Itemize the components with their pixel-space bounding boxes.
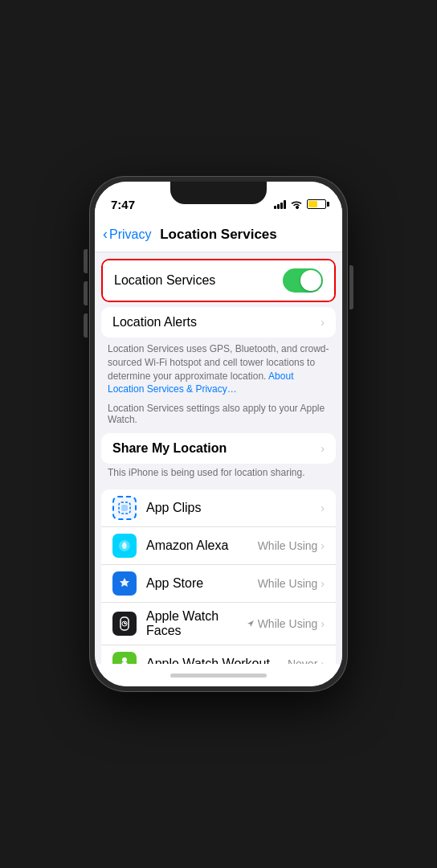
nav-bar: ‹ Privacy Location Services [95, 217, 342, 252]
app-name: Apple Watch Faces [146, 609, 247, 638]
toggle-knob [300, 270, 321, 291]
workout-svg [116, 656, 133, 664]
back-button[interactable]: ‹ Privacy [103, 226, 151, 243]
alexa-icon [112, 534, 137, 558]
location-alerts-section: Location Alerts › [101, 307, 336, 338]
battery-fill [308, 201, 317, 207]
location-services-toggle-row[interactable]: Location Services [103, 260, 334, 301]
phone-screen: 7:47 [95, 182, 342, 686]
apple-watch-desc: Location Services settings also apply to… [95, 401, 342, 432]
share-location-section: Share My Location › [101, 433, 336, 464]
list-item[interactable]: App Store While Using › [101, 565, 336, 603]
desc-text-main: Location Services uses GPS, Bluetooth, a… [108, 343, 329, 382]
list-item[interactable]: App Clips › [101, 489, 336, 527]
back-label[interactable]: Privacy [109, 227, 151, 242]
app-name: Amazon Alexa [146, 538, 258, 553]
location-description: Location Services uses GPS, Bluetooth, a… [95, 338, 342, 401]
notch [170, 182, 267, 204]
app-name: App Store [146, 576, 258, 591]
content-area: Location Services Location Alerts › Loca… [95, 252, 342, 664]
status-time: 7:47 [111, 198, 135, 211]
location-services-toggle[interactable] [283, 268, 323, 293]
app-chevron: › [321, 617, 325, 630]
appstore-svg [116, 575, 133, 592]
share-location-chevron: › [321, 442, 325, 455]
watchfaces-icon [112, 612, 137, 636]
share-location-desc: This iPhone is being used for location s… [95, 464, 342, 485]
location-services-section: Location Services [101, 259, 336, 302]
app-chevron: › [321, 657, 325, 664]
share-location-label: Share My Location [112, 441, 227, 456]
svg-rect-1 [121, 505, 128, 511]
app-clips-icon [112, 496, 137, 520]
back-chevron-icon: ‹ [103, 226, 108, 243]
status-icons [274, 199, 326, 209]
location-alerts-label: Location Alerts [112, 315, 197, 330]
home-indicator [95, 664, 342, 686]
svg-point-7 [122, 657, 127, 662]
location-alerts-row[interactable]: Location Alerts › [101, 307, 336, 338]
home-bar [170, 674, 267, 678]
status-bar: 7:47 [95, 182, 342, 217]
app-name: Apple Watch Workout [146, 657, 288, 664]
location-arrow-icon [247, 620, 255, 628]
app-chevron: › [321, 577, 325, 590]
phone-frame: 7:47 [90, 177, 347, 691]
battery-icon [307, 199, 326, 209]
app-permission: While Using [247, 617, 318, 630]
app-permission: While Using [258, 539, 318, 552]
watchfaces-svg [116, 615, 133, 633]
appstore-icon [112, 571, 137, 596]
list-item[interactable]: Amazon Alexa While Using › [101, 527, 336, 565]
list-item[interactable]: Apple Watch Workout Never › [101, 645, 336, 664]
wifi-icon [290, 199, 303, 209]
app-name: App Clips [146, 501, 321, 515]
app-list: App Clips › Amazon Alexa While Using › [101, 489, 336, 664]
share-location-row[interactable]: Share My Location › [101, 433, 336, 464]
app-permission: Never [288, 657, 317, 664]
list-item[interactable]: Apple Watch Faces While Using › [101, 603, 336, 645]
app-chevron: › [321, 502, 325, 514]
alexa-svg [117, 538, 132, 553]
app-clips-svg [118, 502, 131, 514]
app-chevron: › [321, 539, 325, 552]
app-permission: While Using [258, 577, 318, 590]
workout-icon [112, 652, 137, 664]
nav-title: Location Services [160, 227, 277, 243]
signal-icon [274, 199, 286, 209]
location-services-label: Location Services [114, 273, 215, 288]
location-alerts-chevron: › [321, 316, 325, 329]
